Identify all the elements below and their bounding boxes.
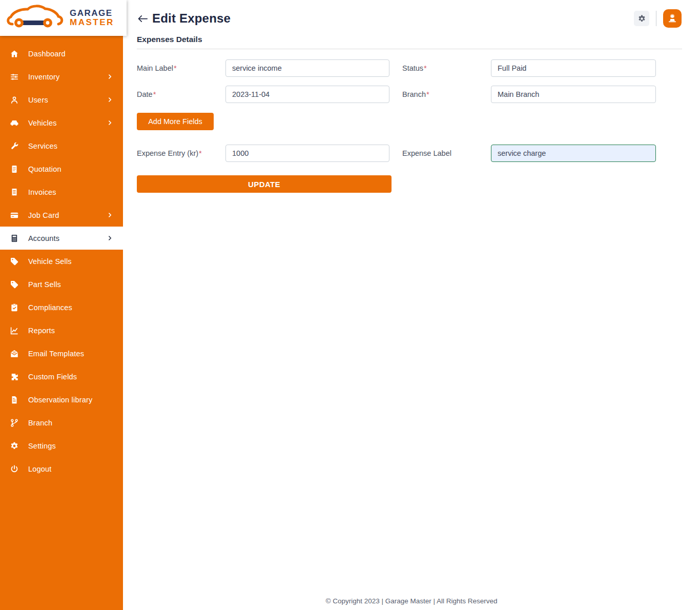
sidebar-item-label: Compliances [28,303,113,312]
update-button[interactable]: UPDATE [137,175,392,193]
sidebar-item-label: Reports [28,327,113,335]
sidebar-item-compliances[interactable]: Compliances [0,296,123,319]
receipt-icon [8,188,20,197]
calculator-icon [8,234,20,243]
envelope-icon [8,349,20,358]
sidebar-item-logout[interactable]: Logout [0,457,123,480]
sidebar-item-label: Vehicles [28,119,106,127]
chevron-right-icon [106,212,113,218]
sidebar-item-label: Settings [28,442,113,450]
chevron-right-icon [106,74,113,79]
chevron-right-icon [106,97,113,103]
sidebar-item-label: Part Sells [28,280,113,289]
sidebar-item-part-sells[interactable]: Part Sells [0,273,123,296]
required-mark: * [424,64,427,72]
sidebar: Dashboard Inventory Users Vehicles Servi… [0,0,123,610]
brand-name-bottom: MASTER [70,18,114,27]
wrench-icon [8,141,20,151]
car-wrench-logo-icon [4,3,67,33]
sidebar-item-label: Services [28,142,113,150]
sidebar-item-label: Job Card [28,211,106,219]
sidebar-item-label: Users [28,96,106,104]
file-icon [8,395,20,404]
expense-form-top: Main Label* Status* Date* Branch* [137,59,700,103]
sidebar-item-quotation[interactable]: Quotation [0,157,123,180]
chart-line-icon [8,326,20,335]
gear-icon [8,441,20,451]
expense-form-bottom: Expense Entry (kr)* Expense Label [137,145,700,162]
vertical-divider [656,11,656,26]
section-divider [137,49,682,49]
power-icon [8,464,20,474]
required-mark: * [199,149,202,157]
sidebar-item-users[interactable]: Users [0,88,123,111]
brand-name: GARAGE MASTER [70,9,114,27]
footer-copyright: © Copyright 2023 | Garage Master | All R… [123,597,700,605]
settings-button[interactable] [634,11,649,26]
document-icon [8,165,20,174]
sidebar-item-label: Quotation [28,165,113,173]
credit-card-icon [8,211,20,220]
tag-icon [8,280,20,289]
sidebar-item-observation-library[interactable]: Observation library [0,388,123,411]
sidebar-item-dashboard[interactable]: Dashboard [0,42,123,65]
git-branch-icon [8,418,20,428]
topbar: Edit Expense [123,0,700,28]
sidebar-item-label: Email Templates [28,350,113,358]
brand-logo[interactable]: GARAGE MASTER [0,0,127,36]
sidebar-item-invoices[interactable]: Invoices [0,180,123,204]
sidebar-item-vehicles[interactable]: Vehicles [0,111,123,134]
sidebar-item-label: Inventory [28,73,106,81]
chevron-right-icon [106,120,113,126]
page-title: Edit Expense [152,11,231,26]
sidebar-item-accounts[interactable]: Accounts [0,227,123,250]
back-arrow-icon[interactable] [137,13,148,24]
sidebar-item-vehicle-sells[interactable]: Vehicle Sells [0,250,123,273]
sidebar-item-reports[interactable]: Reports [0,319,123,342]
expense-label-label: Expense Label [389,149,491,157]
sliders-icon [8,72,20,82]
sidebar-item-job-card[interactable]: Job Card [0,204,123,227]
sidebar-item-label: Logout [28,465,113,473]
profile-button[interactable] [663,9,682,28]
date-input[interactable] [225,86,389,103]
sidebar-item-label: Observation library [28,396,113,404]
status-input[interactable] [491,59,656,77]
user-icon [8,95,20,105]
sidebar-item-services[interactable]: Services [0,134,123,157]
app-window: Dashboard Inventory Users Vehicles Servi… [0,0,700,610]
section-title: Expenses Details [137,35,700,44]
home-icon [8,49,20,58]
sidebar-item-email-templates[interactable]: Email Templates [0,342,123,365]
sidebar-item-label: Vehicle Sells [28,257,113,266]
branch-label: Branch* [389,90,491,98]
sidebar-item-custom-fields[interactable]: Custom Fields [0,365,123,388]
sidebar-nav: Dashboard Inventory Users Vehicles Servi… [0,0,123,480]
date-label: Date* [137,90,225,98]
required-mark: * [174,64,177,72]
main-label-label: Main Label* [137,64,225,72]
sidebar-item-branch[interactable]: Branch [0,411,123,434]
sidebar-item-settings[interactable]: Settings [0,434,123,457]
add-more-fields-button[interactable]: Add More Fields [137,113,214,130]
gear-icon [637,14,646,23]
branch-input[interactable] [491,86,656,103]
main-label-input[interactable] [225,59,389,77]
expense-label-input[interactable] [491,145,656,162]
sidebar-item-label: Invoices [28,188,113,196]
clipboard-check-icon [8,303,20,312]
required-mark: * [426,90,429,98]
expense-entry-input[interactable] [225,145,389,162]
main-content: Edit Expense [123,0,700,610]
sidebar-item-label: Branch [28,419,113,427]
brand-name-top: GARAGE [70,9,114,18]
sidebar-item-inventory[interactable]: Inventory [0,65,123,88]
required-mark: * [153,90,156,98]
sidebar-item-label: Dashboard [28,50,113,58]
chevron-right-icon [106,235,113,241]
page-head: Edit Expense [137,11,231,26]
person-at-desk-icon [667,13,678,24]
car-icon [8,118,20,128]
tag-icon [8,257,20,266]
expense-entry-label: Expense Entry (kr)* [137,149,225,157]
